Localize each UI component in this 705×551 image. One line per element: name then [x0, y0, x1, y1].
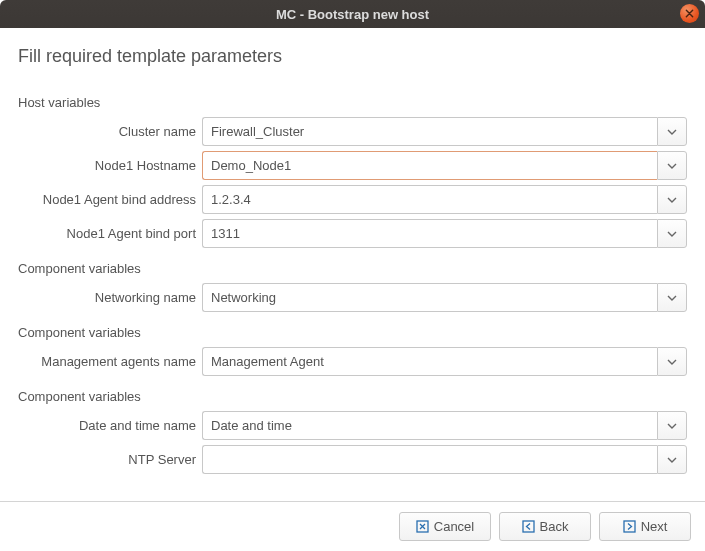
row-node1-hostname: Node1 Hostname	[18, 151, 687, 180]
label-cluster-name: Cluster name	[18, 124, 202, 139]
titlebar: MC - Bootstrap new host	[0, 0, 705, 28]
row-cluster-name: Cluster name	[18, 117, 687, 146]
label-management-agents-name: Management agents name	[18, 354, 202, 369]
combo-cluster-name	[202, 117, 687, 146]
back-icon	[522, 520, 535, 533]
combo-node1-bind-port	[202, 219, 687, 248]
back-label: Back	[540, 519, 569, 534]
dropdown-node1-hostname[interactable]	[657, 151, 687, 180]
chevron-down-icon	[667, 197, 677, 203]
dropdown-networking-name[interactable]	[657, 283, 687, 312]
section-component-variables-1: Component variables	[18, 261, 687, 276]
svg-rect-2	[624, 521, 635, 532]
section-component-variables-2: Component variables	[18, 325, 687, 340]
window-title: MC - Bootstrap new host	[276, 7, 429, 22]
section-host-variables: Host variables	[18, 95, 687, 110]
combo-date-time-name	[202, 411, 687, 440]
label-node1-bind-port: Node1 Agent bind port	[18, 226, 202, 241]
chevron-down-icon	[667, 423, 677, 429]
chevron-down-icon	[667, 231, 677, 237]
combo-ntp-server	[202, 445, 687, 474]
close-button[interactable]	[680, 4, 699, 23]
chevron-down-icon	[667, 129, 677, 135]
cancel-button[interactable]: Cancel	[399, 512, 491, 541]
label-node1-bind-address: Node1 Agent bind address	[18, 192, 202, 207]
footer: Cancel Back Next	[0, 501, 705, 551]
input-date-time-name[interactable]	[202, 411, 657, 440]
close-icon	[685, 9, 694, 18]
label-date-time-name: Date and time name	[18, 418, 202, 433]
input-cluster-name[interactable]	[202, 117, 657, 146]
combo-networking-name	[202, 283, 687, 312]
row-date-time-name: Date and time name	[18, 411, 687, 440]
label-networking-name: Networking name	[18, 290, 202, 305]
chevron-down-icon	[667, 457, 677, 463]
chevron-down-icon	[667, 359, 677, 365]
label-ntp-server: NTP Server	[18, 452, 202, 467]
input-ntp-server[interactable]	[202, 445, 657, 474]
label-node1-hostname: Node1 Hostname	[18, 158, 202, 173]
content-area: Fill required template parameters Host v…	[0, 28, 705, 474]
dropdown-node1-bind-port[interactable]	[657, 219, 687, 248]
dropdown-date-time-name[interactable]	[657, 411, 687, 440]
dropdown-cluster-name[interactable]	[657, 117, 687, 146]
combo-node1-hostname	[202, 151, 687, 180]
section-component-variables-3: Component variables	[18, 389, 687, 404]
dropdown-management-agents-name[interactable]	[657, 347, 687, 376]
input-node1-bind-port[interactable]	[202, 219, 657, 248]
row-node1-bind-address: Node1 Agent bind address	[18, 185, 687, 214]
chevron-down-icon	[667, 295, 677, 301]
cancel-icon	[416, 520, 429, 533]
input-node1-bind-address[interactable]	[202, 185, 657, 214]
row-management-agents-name: Management agents name	[18, 347, 687, 376]
dropdown-ntp-server[interactable]	[657, 445, 687, 474]
input-node1-hostname[interactable]	[202, 151, 657, 180]
row-networking-name: Networking name	[18, 283, 687, 312]
input-networking-name[interactable]	[202, 283, 657, 312]
back-button[interactable]: Back	[499, 512, 591, 541]
combo-node1-bind-address	[202, 185, 687, 214]
input-management-agents-name[interactable]	[202, 347, 657, 376]
row-ntp-server: NTP Server	[18, 445, 687, 474]
cancel-label: Cancel	[434, 519, 474, 534]
dropdown-node1-bind-address[interactable]	[657, 185, 687, 214]
row-node1-bind-port: Node1 Agent bind port	[18, 219, 687, 248]
next-button[interactable]: Next	[599, 512, 691, 541]
svg-rect-1	[523, 521, 534, 532]
next-icon	[623, 520, 636, 533]
next-label: Next	[641, 519, 668, 534]
page-title: Fill required template parameters	[18, 46, 687, 67]
combo-management-agents-name	[202, 347, 687, 376]
chevron-down-icon	[667, 163, 677, 169]
